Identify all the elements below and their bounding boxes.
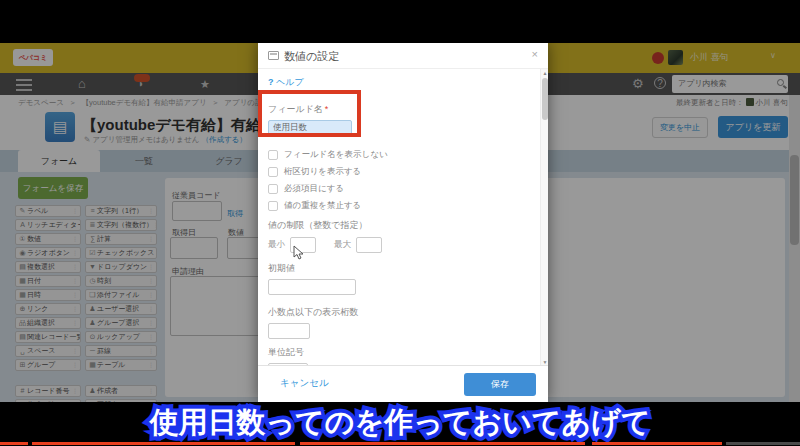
annotation-highlight-box (258, 90, 361, 137)
scroll-up-icon[interactable]: ▲ (541, 70, 549, 76)
unit-symbol-label: 単位記号 (268, 346, 526, 359)
initial-value-label: 初期値 (268, 262, 526, 275)
video-frame: ペパコミ 小川 喜句 ∨ ⌂ ◗ ★ ⚙ ? デモスペース ＞ 【youtube… (0, 0, 800, 446)
progress-segment (32, 442, 295, 445)
max-input[interactable] (356, 237, 382, 253)
option-checkbox-row[interactable]: 値の重複を禁止する (268, 201, 526, 211)
close-icon[interactable]: × (532, 48, 538, 60)
option-checkbox-row[interactable]: 桁区切りを表示する (268, 167, 526, 177)
video-letterbox-top (0, 0, 800, 43)
checkbox-unchecked-icon[interactable] (268, 167, 278, 177)
progress-segment (300, 442, 585, 445)
modal-title: 数値の設定 (284, 49, 339, 64)
decimal-places-input[interactable] (268, 323, 310, 339)
checkbox-unchecked-icon[interactable] (268, 184, 278, 194)
progress-segment (0, 442, 28, 445)
cancel-button[interactable]: キャンセル (280, 377, 329, 390)
subtitle-text: 使用日数ってのを作っておいてあげて (149, 406, 650, 438)
help-link-label: ヘルプ (276, 77, 304, 87)
value-limit-label: 値の制限（整数で指定） (268, 219, 526, 232)
checkbox-unchecked-icon[interactable] (268, 201, 278, 211)
min-max-row: 最小 最大 (268, 237, 526, 253)
checkbox-label: 必須項目にする (284, 183, 344, 195)
modal-header: 数値の設定 × (258, 43, 548, 69)
option-checkbox-list: フィールド名を表示しない 桁区切りを表示する 必須項目にする 値 (268, 150, 526, 211)
video-caption-bar: 使用日数ってのを作っておいてあげて 使用日数ってのを作っておいてあげて (0, 402, 800, 446)
number-settings-modal: 数値の設定 × ? ヘルプ フィールド名* フィールド名を表示しない 桁区切りを… (258, 43, 548, 402)
help-link[interactable]: ? ヘルプ (268, 76, 526, 89)
progress-segment (592, 442, 722, 445)
help-qmark-icon: ? (268, 77, 274, 87)
checkbox-label: フィールド名を表示しない (284, 149, 388, 161)
min-label: 最小 (268, 239, 285, 251)
max-label: 最大 (334, 239, 351, 251)
checkbox-label: 桁区切りを表示する (284, 166, 361, 178)
save-button[interactable]: 保存 (464, 373, 536, 396)
option-checkbox-row[interactable]: フィールド名を表示しない (268, 150, 526, 160)
initial-value-input[interactable] (268, 279, 356, 295)
option-checkbox-row[interactable]: 必須項目にする (268, 184, 526, 194)
number-setting-icon (268, 51, 279, 60)
progress-segment-remaining (726, 442, 800, 445)
video-progress-bar (0, 442, 800, 445)
modal-scrollbar[interactable]: ▲ ▼ (540, 69, 548, 366)
subtitle-caption: 使用日数ってのを作っておいてあげて 使用日数ってのを作っておいてあげて (0, 403, 800, 443)
checkbox-label: 値の重複を禁止する (284, 200, 361, 212)
checkbox-unchecked-icon[interactable] (268, 150, 278, 160)
mouse-cursor (293, 245, 304, 261)
decimal-places-label: 小数点以下の表示桁数 (268, 306, 526, 319)
modal-scrollbar-thumb[interactable] (542, 78, 548, 120)
modal-footer: キャンセル 保存 (258, 365, 548, 402)
